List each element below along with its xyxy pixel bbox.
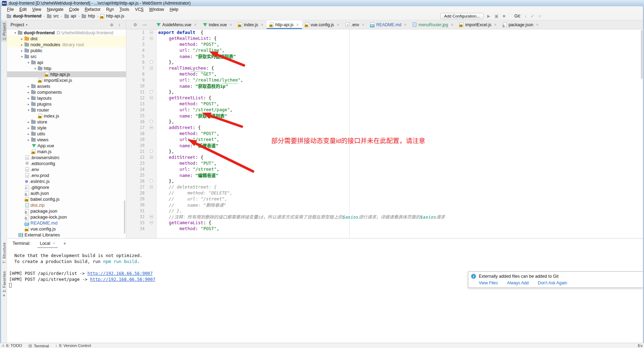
tab-package-json[interactable]: {}package.json× <box>500 20 542 29</box>
code-line[interactable]: 10 name: "获取荔枝的ip" <box>126 83 643 89</box>
fold-collapse-icon[interactable] <box>150 66 153 70</box>
fold-collapse-icon[interactable] <box>150 156 153 159</box>
tab-asidemenu-vue[interactable]: AsideMenu.vue× <box>153 20 200 29</box>
tab-importexcel-js[interactable]: JSimportExcel.js× <box>456 20 500 29</box>
chevron-down-icon[interactable]: ▾ <box>13 31 18 35</box>
tree-item-http[interactable]: ▾http <box>7 65 126 71</box>
stop-icon[interactable]: ■ <box>503 14 505 19</box>
code-line[interactable]: 21 }, <box>126 148 643 154</box>
terminal-link[interactable]: http://192.168.66.56:9007 <box>90 277 155 282</box>
stripe-tab-structure[interactable]: 7: Structure <box>1 241 7 265</box>
notification-action-view-files[interactable]: View Files <box>479 280 498 285</box>
tree-item-vue-config-js[interactable]: JSvue.config.js <box>7 226 126 232</box>
close-icon[interactable]: × <box>337 22 339 27</box>
chevron-down-icon[interactable]: ▾ <box>26 61 31 64</box>
code-line[interactable]: 22 editStreet: { <box>126 154 643 160</box>
menu-tools[interactable]: Tools <box>117 7 132 12</box>
tree-item-index-js[interactable]: JSindex.js <box>7 113 126 119</box>
tree-item-utils[interactable]: ▸utils <box>7 131 126 137</box>
editor-scrollbar[interactable] <box>641 30 643 79</box>
breadcrumb-api[interactable]: api <box>64 14 77 19</box>
hide-tabs-icon[interactable]: — <box>143 22 147 27</box>
chevron-down-icon[interactable]: ▾ <box>26 108 31 112</box>
code-line[interactable]: 2 getRealTimeList: { <box>126 35 643 41</box>
tree-item-external-libraries[interactable]: External Libraries <box>7 232 126 238</box>
chevron-right-icon[interactable]: ▸ <box>26 97 31 100</box>
tree-item-views[interactable]: ▸views <box>7 137 126 143</box>
title-bar[interactable]: WS duoji-frontend [D:\zheheWeb\duoji-fro… <box>0 0 644 6</box>
code-line[interactable]: 13 method: "POST", <box>126 101 643 107</box>
tab-env[interactable]: ≡.env× <box>342 20 368 29</box>
tree-item-eslintrc-js[interactable]: .eslintrc.js <box>7 178 126 184</box>
tree-item-gitignore[interactable]: ∅.gitignore <box>7 184 126 190</box>
code-line[interactable]: 9 url: "/realTime/lychee", <box>126 77 643 83</box>
fold-collapse-icon[interactable] <box>150 215 153 218</box>
fold-end-icon[interactable] <box>150 150 153 153</box>
code-line[interactable]: 17 addStreet: { <box>126 125 643 130</box>
tab-http-api-js[interactable]: JShttp-api.js× <box>267 20 302 29</box>
statusbar-6-todo[interactable]: ≡6: TODO <box>2 343 22 348</box>
fold-end-icon[interactable] <box>150 90 153 93</box>
code-line[interactable]: 12 getStreetList: { <box>126 95 643 101</box>
code-line[interactable]: 33 getCameraList: { <box>126 220 643 226</box>
tab-settings-gear-icon[interactable]: ⚙ <box>133 22 137 27</box>
tab-readme-md[interactable]: MDREADME.md× <box>368 20 410 29</box>
tree-item-env[interactable]: ≡.env <box>7 166 126 172</box>
close-icon[interactable]: × <box>494 22 497 27</box>
chevron-right-icon[interactable]: ▸ <box>26 126 31 130</box>
code-line[interactable]: 16 }, <box>126 119 643 125</box>
tab-menurouter-jpg[interactable]: menuRouter.jpg× <box>410 20 456 29</box>
expand-collapse-icon[interactable]: ↕ <box>118 22 120 27</box>
close-icon[interactable]: × <box>194 22 196 27</box>
breadcrumb-http-api-js[interactable]: JShttp-api.js <box>100 14 125 19</box>
menu-window[interactable]: Window <box>146 7 167 12</box>
terminal-link[interactable]: http://192.168.66.56:9007 <box>88 271 153 276</box>
tree-item-plugins[interactable]: ▸plugins <box>7 101 126 107</box>
tree-item-app-vue[interactable]: App.vue <box>7 143 126 149</box>
tree-item-node-modules[interactable]: ▸node_modules library root <box>7 42 126 48</box>
code-line[interactable]: 6 }, <box>126 59 643 65</box>
chevron-right-icon[interactable]: ▸ <box>26 91 31 94</box>
code-line[interactable]: 1export default { <box>126 29 643 35</box>
project-tree-scrollbar[interactable] <box>124 200 125 234</box>
git-update-icon[interactable]: ↓ <box>524 14 526 19</box>
tree-item-dist-zip[interactable]: dist.zip <box>7 202 126 208</box>
breadcrumb-duoji-frontend[interactable]: duoji-frontend <box>6 14 42 19</box>
tree-item-components[interactable]: ▸components <box>7 89 126 95</box>
menu-run[interactable]: Run <box>103 7 117 12</box>
new-terminal-button[interactable]: + <box>63 241 66 246</box>
chevron-right-icon[interactable]: ▸ <box>19 37 24 41</box>
menu-navigate[interactable]: Navigate <box>44 7 66 12</box>
code-line[interactable]: 24 url: "/street", <box>126 166 643 172</box>
close-icon[interactable]: × <box>230 22 232 27</box>
code-line[interactable]: 27 // deleteStreet: { <box>126 184 643 190</box>
fold-collapse-icon[interactable] <box>150 96 153 99</box>
chevron-down-icon[interactable]: ▾ <box>33 67 38 70</box>
code-line[interactable]: 30 // name: "删除巷道" <box>126 202 643 208</box>
tree-item-env-prod[interactable]: ≡.env.prod <box>7 172 126 178</box>
locate-file-icon[interactable]: ⊕ <box>110 22 113 27</box>
code-line[interactable]: 29 // url: "/street", <box>126 196 643 202</box>
fold-collapse-icon[interactable] <box>150 37 153 40</box>
git-commit-icon[interactable]: ✓ <box>531 14 534 19</box>
tree-item-public[interactable]: ▸public <box>7 48 126 54</box>
close-icon[interactable]: × <box>261 22 264 27</box>
close-icon[interactable]: × <box>53 241 55 246</box>
code-line[interactable]: 3 method: "POST", <box>126 41 643 47</box>
notification-action-don-t-ask-again[interactable]: Don't Ask Again <box>538 280 567 285</box>
terminal-tab-local[interactable]: Local × <box>37 239 58 248</box>
chevron-right-icon[interactable]: ▸ <box>26 120 31 124</box>
statusbar-terminal[interactable]: ▤Terminal <box>28 343 49 348</box>
tree-item-importexcel-js[interactable]: JSimportExcel.js <box>7 77 126 83</box>
tree-item-style[interactable]: ▸style <box>7 125 126 131</box>
tree-item-duoji-frontend[interactable]: ▾duoji-frontend D:\zheheWeb\duoji-fronte… <box>7 30 126 36</box>
breadcrumb-http[interactable]: http <box>81 14 96 19</box>
chevron-right-icon[interactable]: ▸ <box>26 132 31 136</box>
tab-vue-config-js[interactable]: JSvue.config.js× <box>302 20 343 29</box>
chevron-right-icon[interactable]: ▸ <box>26 85 31 88</box>
tree-item-api[interactable]: ▾api <box>7 59 126 65</box>
fold-collapse-icon[interactable] <box>150 126 153 129</box>
code-line[interactable]: 15 name: "获取巷道列表" <box>126 113 643 119</box>
menu-file[interactable]: File <box>4 7 16 12</box>
tree-item-auth-json[interactable]: {}auth.json <box>7 190 126 196</box>
